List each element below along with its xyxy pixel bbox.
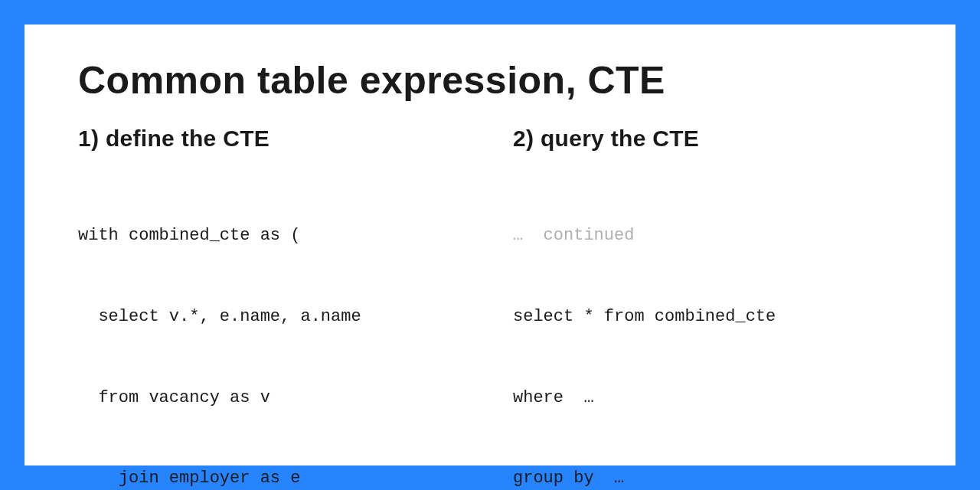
code-line: select * from combined_cte	[513, 303, 902, 330]
columns: 1) define the CTE with combined_cte as (…	[78, 126, 902, 490]
left-code-block: with combined_cte as ( select v.*, e.nam…	[78, 168, 467, 490]
left-heading: 1) define the CTE	[78, 126, 467, 152]
right-column: 2) query the CTE … continued select * fr…	[513, 126, 902, 490]
code-line: join employer as e	[78, 465, 467, 490]
slide-card: Common table expression, CTE 1) define t…	[24, 24, 956, 466]
ellipsis-icon: …	[513, 226, 544, 245]
code-line: where …	[513, 384, 902, 411]
code-line: group by …	[513, 465, 902, 490]
right-code-block: … continued select * from combined_cte w…	[513, 168, 902, 490]
left-column: 1) define the CTE with combined_cte as (…	[78, 126, 467, 490]
code-line: select v.*, e.name, a.name	[78, 303, 467, 330]
continued-marker: … continued	[513, 222, 902, 249]
slide-title: Common table expression, CTE	[78, 58, 902, 103]
code-line: with combined_cte as (	[78, 222, 467, 249]
right-heading: 2) query the CTE	[513, 126, 902, 152]
continued-label: continued	[544, 226, 635, 245]
code-line: from vacancy as v	[78, 384, 467, 411]
